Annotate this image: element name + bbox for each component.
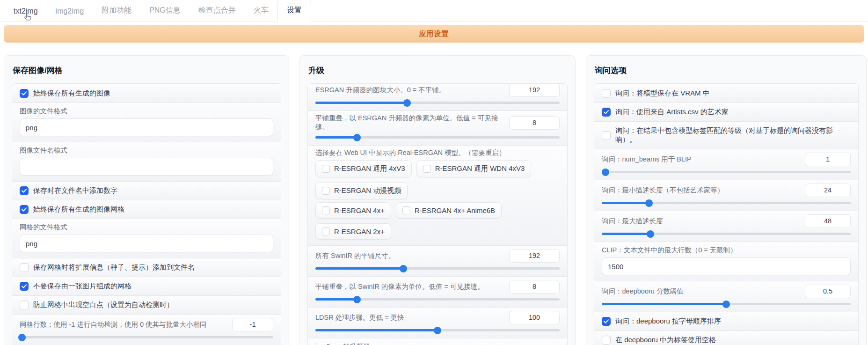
ldsr-steps-slider[interactable] (315, 329, 560, 331)
add-number-checkbox[interactable] (20, 186, 29, 195)
model-chip[interactable]: R-ESRGAN 4x+ (315, 202, 391, 219)
model-chip[interactable]: R-ESRGAN 通用 WDN 4xV3 (416, 160, 532, 177)
always-save-grids-checkbox[interactable] (20, 205, 29, 214)
model-chip[interactable]: R-ESRGAN 动漫视频 (315, 182, 408, 199)
settings-rows: 询问：将模型保存在 VRAM 中 询问：使用来自 Artists.csv 的艺术… (594, 83, 859, 345)
model-chip[interactable]: R-ESRGAN 通用 4xV3 (315, 160, 412, 177)
model-chip-label: R-ESRGAN 通用 4xV3 (334, 164, 405, 173)
slider-handle[interactable] (722, 301, 730, 308)
prevent-empty-spots-checkbox[interactable] (20, 301, 29, 309)
section-upscaling-panel: 升级 ESRGAN 升频器的图块大小。0 = 不平铺。 192 平铺重叠，以 E… (299, 55, 576, 345)
model-checkbox[interactable] (322, 228, 330, 235)
image-format-input[interactable] (20, 118, 273, 136)
checkbox-label: 询问：在结果中包含模型标签匹配的等级（对基于标题的询问器没有影响）。 (615, 126, 851, 144)
no-single-image-grid-checkbox[interactable] (20, 282, 29, 291)
slider-handle[interactable] (400, 265, 407, 272)
setting-row: 网格的文件格式 (12, 219, 281, 258)
slider-label: 平铺重叠，以 SwinIR 的像素为单位。低值 = 可见接缝。 (315, 282, 504, 291)
slider-handle[interactable] (353, 296, 361, 303)
slider-label: 所有 SwinIR 的平铺尺寸。 (315, 251, 504, 260)
setting-row: LDSR 处理步骤。更低 = 更快 100 (308, 307, 567, 338)
setting-row: 图像文件名模式 (12, 142, 281, 181)
checkbox-label: 询问：使用来自 Artists.csv 的艺术家 (615, 108, 729, 117)
ldsr-steps-value[interactable]: 100 (509, 311, 560, 324)
esrgan-overlap-slider[interactable] (315, 136, 560, 139)
setting-row: 始终保存所有生成的图像 (12, 84, 281, 103)
clip-max-lines-input[interactable] (602, 257, 851, 275)
deepbooru-threshold-slider[interactable] (602, 303, 851, 305)
filename-pattern-input[interactable] (20, 158, 273, 176)
setting-row: 询问：deepbooru 分数阈值 0.5 (594, 281, 858, 312)
grid-extended-info-checkbox[interactable] (20, 263, 29, 272)
slider-label: 询问：最大描述长度 (602, 217, 800, 226)
esrgan-tile-slider[interactable] (315, 102, 560, 104)
slider-handle[interactable] (18, 334, 26, 341)
check-icon (22, 284, 27, 288)
checkbox-label: 保存网格时将扩展信息（种子、提示）添加到文件名 (33, 263, 195, 272)
model-chip[interactable]: R-ESRGAN 2x+ (315, 223, 391, 240)
model-checkbox[interactable] (402, 206, 410, 214)
tab-train[interactable]: 火车 (245, 0, 277, 22)
tab-checkpoint-merger[interactable]: 检查点合并 (190, 0, 245, 22)
deepbooru-sort-checkbox[interactable] (602, 317, 611, 326)
num-beams-slider[interactable] (602, 171, 851, 173)
slider-handle[interactable] (645, 199, 653, 207)
setting-row: 所有 SwinIR 的平铺尺寸。 192 (308, 245, 567, 276)
slider-label: 询问：最小描述长度（不包括艺术家等） (602, 186, 800, 195)
model-checkbox[interactable] (322, 187, 330, 195)
deepbooru-threshold-value[interactable]: 0.5 (805, 285, 851, 298)
setting-row: 保存网格时将扩展信息（种子、提示）添加到文件名 (12, 258, 281, 277)
grid-rows-slider[interactable] (20, 336, 273, 338)
settings-rows: ESRGAN 升频器的图块大小。0 = 不平铺。 192 平铺重叠，以 ESRG… (307, 83, 568, 345)
grid-rows-value[interactable]: -1 (232, 318, 273, 331)
model-checkbox[interactable] (423, 165, 431, 173)
model-checkbox[interactable] (322, 206, 330, 214)
min-length-slider[interactable] (602, 202, 851, 204)
field-label: 图像文件名模式 (20, 146, 273, 155)
deepbooru-spaces-checkbox[interactable] (602, 336, 611, 345)
slider-handle[interactable] (602, 169, 609, 176)
min-length-value[interactable]: 24 (805, 184, 851, 197)
realesrgan-model-chips: R-ESRGAN 通用 4xV3 R-ESRGAN 通用 WDN 4xV3 R-… (315, 160, 560, 199)
esrgan-tile-value[interactable]: 192 (509, 83, 560, 97)
apply-settings-button[interactable]: 应用设置 (4, 25, 864, 43)
grid-format-input[interactable] (20, 235, 273, 252)
slider-handle[interactable] (434, 327, 441, 334)
checkbox-label: 保存时在文件名中添加数字 (33, 186, 117, 195)
num-beams-value[interactable]: 1 (805, 153, 851, 166)
use-artists-checkbox[interactable] (602, 108, 611, 117)
section-title: 保存图像/网格 (12, 63, 281, 83)
always-save-images-checkbox[interactable] (20, 89, 29, 98)
tab-settings[interactable]: 设置 (277, 0, 311, 22)
check-icon (22, 207, 27, 212)
max-length-value[interactable]: 48 (805, 214, 851, 228)
setting-row: 在 deepbooru 中为标签使用空格 (594, 330, 858, 345)
slider-label: 询问：num_beams 用于 BLIP (602, 155, 800, 164)
slider-label: LDSR 处理步骤。更低 = 更快 (315, 313, 504, 322)
tab-png-info[interactable]: PNG信息 (140, 0, 190, 22)
tab-extras[interactable]: 附加功能 (93, 0, 140, 22)
section-title: 询问选项 (594, 63, 859, 83)
swinir-tile-slider[interactable] (315, 267, 560, 270)
tab-img2img[interactable]: img2img (47, 1, 93, 22)
slider-handle[interactable] (403, 99, 411, 107)
swinir-overlap-value[interactable]: 8 (509, 280, 560, 294)
model-chip-label: R-ESRGAN 4x+ Anime6B (415, 206, 495, 214)
setting-row: 询问：num_beams 用于 BLIP 1 (594, 149, 858, 180)
slider-handle[interactable] (353, 134, 361, 141)
keep-vram-checkbox[interactable] (602, 89, 611, 98)
max-length-slider[interactable] (602, 233, 851, 235)
model-chip-label: R-ESRGAN 2x+ (334, 228, 385, 235)
include-ranks-checkbox[interactable] (602, 131, 611, 140)
checkbox-label: 询问：将模型保存在 VRAM 中 (615, 89, 710, 98)
swinir-overlap-slider[interactable] (315, 298, 560, 301)
swinir-tile-value[interactable]: 192 (509, 249, 560, 263)
model-chip[interactable]: R-ESRGAN 4x+ Anime6B (396, 202, 502, 219)
model-checkbox[interactable] (322, 165, 330, 173)
model-chip-label: R-ESRGAN 4x+ (334, 206, 385, 214)
setting-row: 保存时在文件名中添加数字 (12, 181, 281, 200)
esrgan-overlap-value[interactable]: 8 (509, 116, 560, 130)
slider-handle[interactable] (647, 230, 654, 238)
tab-txt2img[interactable]: txt2img (5, 1, 47, 22)
setting-row: img2img 的升频器 (308, 338, 567, 345)
